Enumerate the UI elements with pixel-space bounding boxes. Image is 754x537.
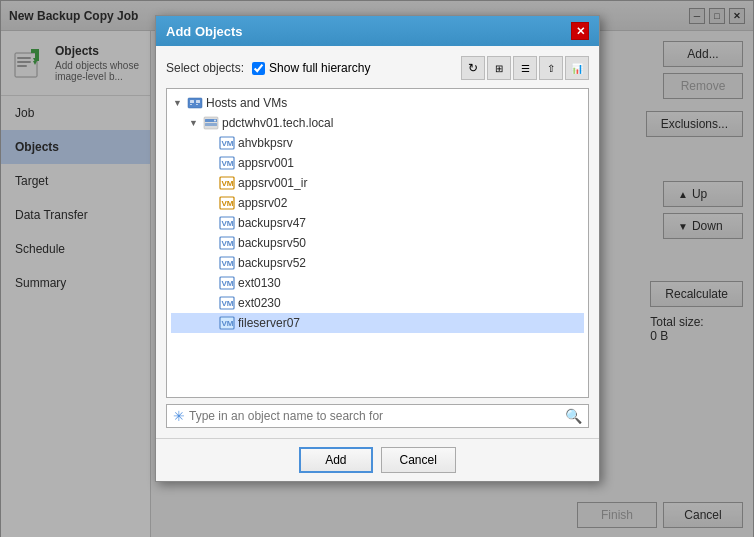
vm-icon-7: VM xyxy=(219,295,235,311)
search-magnify-icon: 🔍 xyxy=(565,408,582,424)
svg-text:VM: VM xyxy=(222,299,234,308)
vm-label-1: ahvbkpsrv xyxy=(238,136,293,150)
vm-label-7: backupsrv52 xyxy=(238,256,306,270)
tree-item-appsrv001[interactable]: ▶ VM appsrv001 xyxy=(171,153,584,173)
vm-icon-6: VM xyxy=(219,275,235,291)
vm-icon-4: VM xyxy=(219,235,235,251)
modal-close-button[interactable]: ✕ xyxy=(571,22,589,40)
modal-add-button[interactable]: Add xyxy=(299,447,372,473)
tree-item-ahvbkpsrv[interactable]: ▶ VM ahvbkpsrv xyxy=(171,133,584,153)
list-icon-btn[interactable]: ☰ xyxy=(513,56,537,80)
hosts-vms-label: Hosts and VMs xyxy=(206,96,287,110)
modal-toolbar: Select objects: Show full hierarchy ↻ ⊞ … xyxy=(166,56,589,80)
tree-item-server[interactable]: ▼ pdctwhv01.tech.local xyxy=(171,113,584,133)
vm-icon-2: VM xyxy=(219,155,235,171)
svg-text:VM: VM xyxy=(222,239,234,248)
tree-container[interactable]: ▼ Hosts and VMs ▼ xyxy=(166,88,589,398)
server-icon xyxy=(203,115,219,131)
grid-icon: ⊞ xyxy=(495,63,503,74)
svg-text:VM: VM xyxy=(222,219,234,228)
upload-icon-btn[interactable]: ⇧ xyxy=(539,56,563,80)
tree-item-hosts-vms[interactable]: ▼ Hosts and VMs xyxy=(171,93,584,113)
svg-rect-11 xyxy=(196,104,198,105)
svg-text:VM: VM xyxy=(222,259,234,268)
vm-icon-3: VM xyxy=(219,215,235,231)
svg-rect-14 xyxy=(205,123,217,126)
show-hierarchy-container[interactable]: Show full hierarchy xyxy=(252,61,370,75)
svg-rect-9 xyxy=(190,104,192,105)
svg-text:VM: VM xyxy=(222,319,234,328)
vm-label-2: appsrv001 xyxy=(238,156,294,170)
vm-icon-1: VM xyxy=(219,135,235,151)
upload-icon: ⇧ xyxy=(547,63,555,74)
svg-rect-7 xyxy=(188,98,202,108)
vm-label-10: fileserver07 xyxy=(238,316,300,330)
vm-label-8: ext0130 xyxy=(238,276,281,290)
tree-item-backupsrv50[interactable]: ▶ VM backupsrv50 xyxy=(171,233,584,253)
vm-label-9: ext0230 xyxy=(238,296,281,310)
select-objects-label: Select objects: xyxy=(166,61,244,75)
svg-rect-8 xyxy=(190,100,194,103)
hosts-vms-icon xyxy=(187,95,203,111)
svg-text:VM: VM xyxy=(222,139,234,148)
svg-point-15 xyxy=(214,120,216,122)
tree-item-backupsrv52[interactable]: ▶ VM backupsrv52 xyxy=(171,253,584,273)
svg-text:VM: VM xyxy=(222,199,234,208)
modal-toolbar-icons: ↻ ⊞ ☰ ⇧ 📊 xyxy=(461,56,589,80)
search-input[interactable] xyxy=(189,409,565,423)
tree-item-appsrv001_ir[interactable]: ▶ VM appsrv001_ir xyxy=(171,173,584,193)
tree-item-fileserver07[interactable]: ▶ VM fileserver07 xyxy=(171,313,584,333)
expand-arrow-hosts-vms: ▼ xyxy=(173,98,185,108)
svg-text:VM: VM xyxy=(222,179,234,188)
svg-rect-10 xyxy=(196,100,200,103)
vm-warn-icon-2: VM xyxy=(219,195,235,211)
tree-item-appsrv02[interactable]: ▶ VM appsrv02 xyxy=(171,193,584,213)
add-objects-modal: Add Objects ✕ Select objects: Show full … xyxy=(155,15,600,482)
vm-icon-5: VM xyxy=(219,255,235,271)
grid-icon-btn[interactable]: ⊞ xyxy=(487,56,511,80)
modal-body: Select objects: Show full hierarchy ↻ ⊞ … xyxy=(156,46,599,438)
modal-titlebar: Add Objects ✕ xyxy=(156,16,599,46)
show-hierarchy-checkbox[interactable] xyxy=(252,62,265,75)
refresh-icon-btn[interactable]: ↻ xyxy=(461,56,485,80)
modal-title: Add Objects xyxy=(166,24,243,39)
expand-arrow-server: ▼ xyxy=(189,118,201,128)
chart-icon: 📊 xyxy=(571,63,583,74)
vm-label-4: appsrv02 xyxy=(238,196,287,210)
chart-icon-btn[interactable]: 📊 xyxy=(565,56,589,80)
vm-label-6: backupsrv50 xyxy=(238,236,306,250)
modal-footer: Add Cancel xyxy=(156,438,599,481)
svg-text:VM: VM xyxy=(222,159,234,168)
svg-text:VM: VM xyxy=(222,279,234,288)
server-label: pdctwhv01.tech.local xyxy=(222,116,333,130)
tree-item-ext0130[interactable]: ▶ VM ext0130 xyxy=(171,273,584,293)
tree-item-ext0230[interactable]: ▶ VM ext0230 xyxy=(171,293,584,313)
modal-cancel-button[interactable]: Cancel xyxy=(381,447,456,473)
refresh-icon: ↻ xyxy=(468,61,478,75)
vm-icon-8: VM xyxy=(219,315,235,331)
tree-item-backupsrv47[interactable]: ▶ VM backupsrv47 xyxy=(171,213,584,233)
search-asterisk-icon: ✳ xyxy=(173,408,185,424)
vm-warn-icon-1: VM xyxy=(219,175,235,191)
list-icon: ☰ xyxy=(521,63,530,74)
vm-label-3: appsrv001_ir xyxy=(238,176,307,190)
search-bar[interactable]: ✳ 🔍 xyxy=(166,404,589,428)
vm-label-5: backupsrv47 xyxy=(238,216,306,230)
show-hierarchy-label: Show full hierarchy xyxy=(269,61,370,75)
